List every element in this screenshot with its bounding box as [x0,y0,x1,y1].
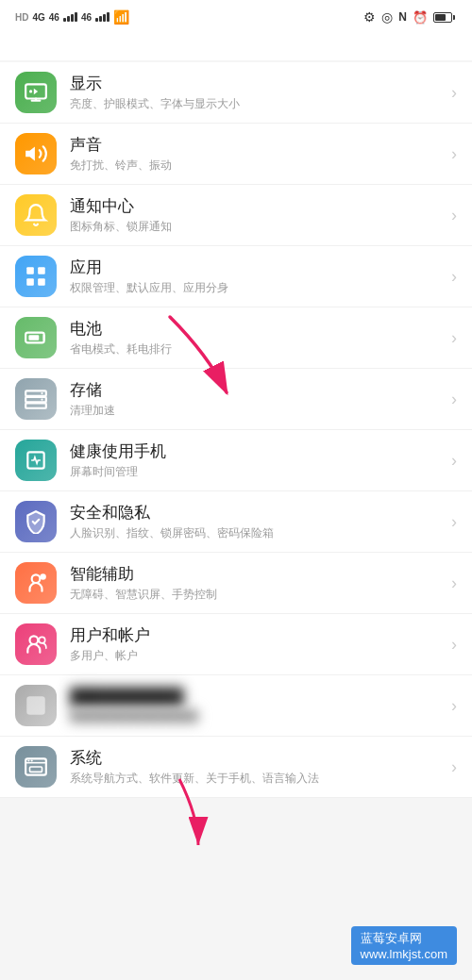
svg-rect-4 [26,278,34,286]
icon-display [15,72,57,113]
item-subtitle-notification: 图标角标、锁屏通知 [70,219,444,235]
item-content-system: 系统 系统导航方式、软件更新、关于手机、语言输入法 [70,747,444,787]
item-subtitle-assist: 无障碍、智慧识屏、手势控制 [70,587,444,603]
item-title-health: 健康使用手机 [70,440,444,462]
chevron-icon-storage: › [451,390,457,409]
settings-item-user[interactable]: 用户和帐户 多用户、帐户 › [0,614,472,675]
icon-apps [15,256,57,297]
settings-item-assist[interactable]: 智能辅助 无障碍、智慧识屏、手势控制 › [0,553,472,614]
settings-item-system[interactable]: 系统 系统导航方式、软件更新、关于手机、语言输入法 › [0,737,472,798]
settings-list: 显示 亮度、护眼模式、字体与显示大小 › 声音 免打扰、铃声、振动 › 通知中心… [0,62,472,798]
item-title-storage: 存储 [70,379,444,401]
item-content-sound: 声音 免打扰、铃声、振动 [70,134,444,174]
chevron-icon-health: › [451,451,457,471]
signal-bars-2 [95,12,110,22]
item-content-assist: 智能辅助 无障碍、智慧识屏、手势控制 [70,563,444,603]
alarm-icon: ⏰ [413,10,428,25]
icon-sound [15,133,57,174]
item-subtitle-health: 屏幕时间管理 [70,464,444,480]
svg-point-15 [40,573,46,580]
item-content-notification: 通知中心 图标角标、锁屏通知 [70,195,444,235]
settings-item-display[interactable]: 显示 亮度、护眼模式、字体与显示大小 › [0,62,472,124]
item-title-security: 安全和隐私 [70,502,444,523]
settings-item-health[interactable]: 健康使用手机 屏幕时间管理 › [0,430,472,491]
status-right: ⚙ ◎ N ⏰ [363,9,461,25]
item-content-health: 健康使用手机 屏幕时间管理 [70,440,444,480]
watermark: 蓝莓安卓网www.lmkjst.com [351,926,457,965]
icon-assist [15,562,57,604]
status-carrier: HD 4G 46 46 📶 [11,9,129,25]
item-content-user: 用户和帐户 多用户、帐户 [70,624,444,664]
chevron-icon-assist: › [451,573,457,593]
item-subtitle-apps: 权限管理、默认应用、应用分身 [70,280,444,296]
svg-rect-10 [25,403,46,407]
battery-icon [433,12,455,23]
svg-rect-22 [30,767,42,772]
svg-point-11 [41,392,42,394]
settings-item-battery[interactable]: 电池 省电模式、耗电排行 › [0,307,472,369]
settings-item-apps[interactable]: 应用 权限管理、默认应用、应用分身 › [0,246,472,307]
settings-item-security[interactable]: 安全和隐私 人脸识别、指纹、锁屏密码、密码保险箱 › [0,491,472,553]
chevron-icon-notification: › [451,206,457,225]
svg-point-1 [29,90,32,92]
icon-system [15,746,57,788]
status-bar: HD 4G 46 46 📶 ⚙ ◎ N ⏰ [0,0,472,34]
item-subtitle-system: 系统导航方式、软件更新、关于手机、语言输入法 [70,771,444,787]
item-subtitle-display: 亮度、护眼模式、字体与显示大小 [70,96,444,112]
item-content-security: 安全和隐私 人脸识别、指纹、锁屏密码、密码保险箱 [70,502,444,541]
settings-item-blurred[interactable]: ██████████ ████████████████ › [0,675,472,737]
item-title-sound: 声音 [70,134,444,156]
screenshot-icon: ◎ [381,9,393,25]
svg-rect-9 [25,397,46,402]
chevron-icon-user: › [451,635,457,655]
item-subtitle-security: 人脸识别、指纹、锁屏密码、密码保险箱 [70,525,444,541]
settings-item-notification[interactable]: 通知中心 图标角标、锁屏通知 › [0,185,472,246]
item-title-apps: 应用 [70,257,444,278]
item-title-system: 系统 [70,747,444,769]
settings-item-storage[interactable]: 存储 清理加速 › [0,369,472,430]
item-title-display: 显示 [70,73,444,94]
svg-rect-7 [28,335,39,340]
svg-point-16 [30,636,39,644]
item-subtitle-user: 多用户、帐户 [70,648,444,664]
chevron-icon-display: › [451,83,457,103]
chevron-icon-sound: › [451,144,457,164]
signal-bars [63,12,77,22]
item-content-display: 显示 亮度、护眼模式、字体与显示大小 [70,73,444,112]
chevron-icon-apps: › [451,267,457,287]
settings-icon: ⚙ [363,9,376,25]
svg-point-21 [31,759,33,761]
item-title-user: 用户和帐户 [70,624,444,646]
item-content-blurred: ██████████ ████████████████ [70,688,444,724]
settings-item-sound[interactable]: 声音 免打扰、铃声、振动 › [0,124,472,185]
item-title-assist: 智能辅助 [70,563,444,585]
chevron-icon-security: › [451,512,457,532]
chevron-icon-battery: › [451,328,457,348]
page-title [0,34,472,60]
wifi-icon: 📶 [113,9,129,25]
item-subtitle-sound: 免打扰、铃声、振动 [70,158,444,174]
icon-user [15,623,57,665]
item-title-battery: 电池 [70,318,444,340]
icon-health [15,440,57,481]
svg-rect-18 [26,696,45,715]
svg-point-17 [39,637,45,643]
icon-blurred [15,685,57,726]
item-content-apps: 应用 权限管理、默认应用、应用分身 [70,257,444,296]
nfc-icon: N [398,10,407,24]
icon-storage [15,378,57,420]
item-content-battery: 电池 省电模式、耗电排行 [70,318,444,357]
item-subtitle-storage: 清理加速 [70,403,444,419]
item-subtitle-blurred: ████████████████ [70,708,444,724]
svg-rect-2 [26,267,34,274]
item-title-notification: 通知中心 [70,195,444,217]
icon-security [15,501,57,542]
chevron-icon-blurred: › [451,696,457,716]
svg-point-12 [41,398,42,400]
item-content-storage: 存储 清理加速 [70,379,444,419]
svg-rect-3 [38,267,45,274]
svg-rect-8 [25,390,46,395]
svg-point-14 [32,574,41,583]
icon-notification [15,194,57,236]
svg-point-20 [27,759,29,761]
